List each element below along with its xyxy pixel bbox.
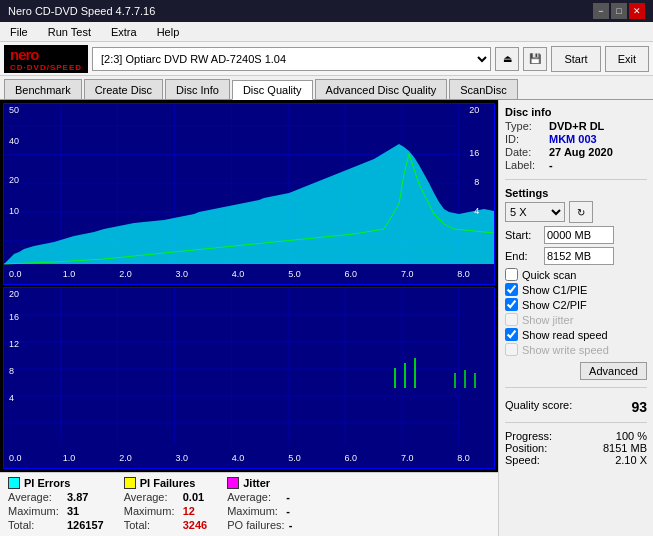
pi-errors-max-row: Maximum: 31 (8, 505, 104, 517)
disc-date-row: Date: 27 Aug 2020 (505, 146, 647, 158)
end-input[interactable] (544, 247, 614, 265)
chart-top-svg: 20 16 8 4 50 40 20 10 0.0 1.0 2.0 3.0 (4, 104, 494, 284)
pi-failures-max-row: Maximum: 12 (124, 505, 207, 517)
svg-text:5.0: 5.0 (288, 269, 301, 279)
quick-scan-row: Quick scan (505, 268, 647, 281)
pi-errors-avg-value: 3.87 (67, 491, 88, 503)
start-button[interactable]: Start (551, 46, 600, 72)
svg-text:16: 16 (9, 312, 19, 322)
pi-failures-max-label: Maximum: (124, 505, 179, 517)
quick-scan-label: Quick scan (522, 269, 576, 281)
show-write-speed-label: Show write speed (522, 344, 609, 356)
disc-info-title: Disc info (505, 106, 647, 118)
show-jitter-checkbox[interactable] (505, 313, 518, 326)
jitter-max-row: Maximum: - (227, 505, 292, 517)
jitter-legend (227, 477, 239, 489)
minimize-button[interactable]: − (593, 3, 609, 19)
drive-select[interactable]: [2:3] Optiarc DVD RW AD-7240S 1.04 (92, 47, 491, 71)
show-c2-pif-label: Show C2/PIF (522, 299, 587, 311)
position-value: 8151 MB (603, 442, 647, 454)
right-panel: Disc info Type: DVD+R DL ID: MKM 003 Dat… (498, 100, 653, 536)
pi-failures-header: PI Failures (124, 477, 207, 489)
svg-text:4: 4 (9, 393, 14, 403)
menu-bar: File Run Test Extra Help (0, 22, 653, 42)
speed-select[interactable]: 5 X Max 1 X 2 X 4 X 8 X (505, 202, 565, 222)
start-input[interactable] (544, 226, 614, 244)
advanced-button[interactable]: Advanced (580, 362, 647, 380)
pi-errors-legend (8, 477, 20, 489)
menu-run-test[interactable]: Run Test (42, 24, 97, 40)
svg-text:8.0: 8.0 (457, 269, 470, 279)
jitter-avg-row: Average: - (227, 491, 292, 503)
show-c1-pie-checkbox[interactable] (505, 283, 518, 296)
tab-disc-info[interactable]: Disc Info (165, 79, 230, 99)
disc-label-row: Label: - (505, 159, 647, 171)
tab-create-disc[interactable]: Create Disc (84, 79, 163, 99)
tab-disc-quality[interactable]: Disc Quality (232, 80, 313, 100)
disc-id-label: ID: (505, 133, 545, 145)
svg-text:40: 40 (9, 136, 19, 146)
speed-label: Speed: (505, 454, 540, 466)
menu-help[interactable]: Help (151, 24, 186, 40)
svg-text:6.0: 6.0 (345, 453, 358, 463)
show-read-speed-checkbox[interactable] (505, 328, 518, 341)
quick-scan-checkbox[interactable] (505, 268, 518, 281)
window-title: Nero CD-DVD Speed 4.7.7.16 (8, 5, 155, 17)
nero-logo-text: nero (10, 46, 39, 63)
eject-button[interactable]: ⏏ (495, 47, 519, 71)
tab-scan-disc[interactable]: ScanDisc (449, 79, 517, 99)
maximize-button[interactable]: □ (611, 3, 627, 19)
tab-advanced-disc-quality[interactable]: Advanced Disc Quality (315, 79, 448, 99)
pi-failures-avg-value: 0.01 (183, 491, 204, 503)
jitter-max-label: Maximum: (227, 505, 282, 517)
pi-errors-group: PI Errors Average: 3.87 Maximum: 31 Tota… (8, 477, 104, 532)
exit-button[interactable]: Exit (605, 46, 649, 72)
pi-errors-label: PI Errors (24, 477, 70, 489)
pi-errors-header: PI Errors (8, 477, 104, 489)
svg-text:16: 16 (469, 148, 479, 158)
divider-3 (505, 422, 647, 423)
svg-text:1.0: 1.0 (63, 453, 76, 463)
svg-text:0.0: 0.0 (9, 453, 22, 463)
jitter-po-label: PO failures: (227, 519, 284, 531)
show-write-speed-checkbox[interactable] (505, 343, 518, 356)
divider-2 (505, 387, 647, 388)
show-c2-pif-checkbox[interactable] (505, 298, 518, 311)
menu-file[interactable]: File (4, 24, 34, 40)
disc-label-value: - (549, 159, 553, 171)
svg-text:3.0: 3.0 (176, 453, 189, 463)
quality-score-row: Quality score: 93 (505, 399, 647, 415)
svg-text:2.0: 2.0 (119, 269, 132, 279)
tab-bar: Benchmark Create Disc Disc Info Disc Qua… (0, 76, 653, 100)
tab-benchmark[interactable]: Benchmark (4, 79, 82, 99)
menu-extra[interactable]: Extra (105, 24, 143, 40)
progress-section: Progress: 100 % Position: 8151 MB Speed:… (505, 430, 647, 466)
svg-text:2.0: 2.0 (119, 453, 132, 463)
svg-text:6.0: 6.0 (345, 269, 358, 279)
pi-errors-max-label: Maximum: (8, 505, 63, 517)
svg-text:20: 20 (9, 175, 19, 185)
position-row: Position: 8151 MB (505, 442, 647, 454)
pi-failures-legend (124, 477, 136, 489)
jitter-avg-value: - (286, 491, 290, 503)
refresh-button[interactable]: ↻ (569, 201, 593, 223)
pi-failures-total-value: 3246 (183, 519, 207, 531)
main-content: 20 16 8 4 50 40 20 10 0.0 1.0 2.0 3.0 (0, 100, 653, 536)
disc-type-value: DVD+R DL (549, 120, 604, 132)
end-label: End: (505, 250, 540, 262)
close-button[interactable]: ✕ (629, 3, 645, 19)
chart-bottom-svg: 20 16 12 8 4 0.0 1.0 2.0 3.0 4.0 5.0 6.0… (4, 288, 494, 468)
save-button[interactable]: 💾 (523, 47, 547, 71)
svg-text:20: 20 (9, 289, 19, 299)
quality-score-value: 93 (631, 399, 647, 415)
charts-and-stats: 20 16 8 4 50 40 20 10 0.0 1.0 2.0 3.0 (0, 100, 498, 536)
progress-label: Progress: (505, 430, 552, 442)
pi-errors-total-label: Total: (8, 519, 63, 531)
svg-text:50: 50 (9, 105, 19, 115)
show-jitter-row: Show jitter (505, 313, 647, 326)
disc-id-value: MKM 003 (549, 133, 597, 145)
svg-text:7.0: 7.0 (401, 453, 414, 463)
pi-errors-total-value: 126157 (67, 519, 104, 531)
disc-id-row: ID: MKM 003 (505, 133, 647, 145)
progress-value: 100 % (616, 430, 647, 442)
